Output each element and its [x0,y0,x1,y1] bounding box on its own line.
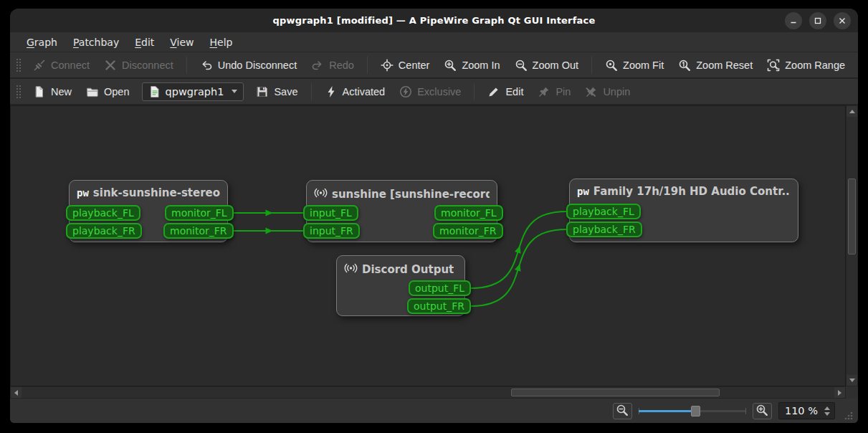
activated-button[interactable]: Activated [318,81,392,103]
combobox-value: qpwgraph1 [166,86,224,97]
redo-icon [311,59,324,72]
edit-icon [487,85,500,98]
horizontal-scrollbar[interactable] [10,386,846,399]
zoom-out-button[interactable]: Zoom Out [508,54,585,76]
node-header: pwsink-sunshine-stereo [70,181,227,199]
zoom-out-icon [616,404,629,419]
vertical-scrollbar[interactable] [846,105,858,386]
scroll-left-button[interactable] [11,387,22,398]
pipewire-icon: pw [77,187,89,199]
scroll-up-button[interactable] [846,106,857,117]
toolbar-drag-handle[interactable] [16,85,21,99]
toolbar-button-label: Open [104,86,129,97]
zoom-range-button[interactable]: Zoom Range [760,54,852,76]
window-title: qpwgraph1 [modified] — A PipeWire Graph … [273,15,596,26]
port-monitor-fr[interactable]: monitor_FR [163,223,234,239]
scroll-right-button[interactable] [834,387,845,398]
arrow-down-icon [849,379,855,382]
zoom-in-button[interactable]: Zoom In [437,54,506,76]
port-monitor-fl[interactable]: monitor_FL [434,205,503,221]
minimize-icon [789,16,798,25]
zoom-reset-button[interactable]: Zoom Reset [672,54,759,76]
exclusive-button: Exclusive [393,81,467,103]
menu-edit[interactable]: Edit [128,34,161,50]
connection-arrow-icon [515,244,523,253]
toolbar-button-label: Zoom Out [533,60,578,71]
toolbar-button-label: Activated [343,86,386,97]
zoom-in-button[interactable] [753,403,772,419]
save-icon [256,85,269,98]
audio-stream-icon [344,262,358,277]
vertical-scrollbar-thumb[interactable] [848,179,856,254]
zoom-fit-button[interactable]: Zoom Fit [598,54,670,76]
connection-arrow-icon [266,210,273,217]
disconnect-button: Disconnect [97,54,180,76]
open-folder-icon [86,85,99,98]
menu-graph[interactable]: Graph [20,34,64,50]
port-output-fl[interactable]: output_FL [409,280,471,296]
save-button[interactable]: Save [249,81,304,103]
title-bar[interactable]: qpwgraph1 [modified] — A PipeWire Graph … [10,9,858,32]
connections-layer [11,106,845,386]
unpin-icon [585,85,598,98]
undo-disconnect-button[interactable]: Undo Disconnect [194,54,303,76]
zoom-spinbox[interactable]: 110 % [778,402,835,419]
toolbar-separator [591,57,592,74]
toolbar-button-label: Disconnect [122,60,173,71]
toolbar-button-label: Zoom Reset [696,60,753,71]
toolbar-button-label: Redo [329,60,354,71]
toolbar-button-label: Center [399,60,430,71]
menu-view[interactable]: View [163,34,200,50]
horizontal-scrollbar-thumb[interactable] [511,389,720,396]
app-window: qpwgraph1 [modified] — A PipeWire Graph … [10,9,858,423]
port-playback-fr[interactable]: playback_FR [66,223,142,239]
port-monitor-fr[interactable]: monitor_FR [433,223,503,239]
toolbar-separator [186,57,187,74]
toolbar-drag-handle[interactable] [16,58,21,72]
spin-up-icon [824,406,830,410]
pipewire-icon: pw [577,186,589,197]
node-title: Family 17h/19h HD Audio Contr... [593,185,791,198]
scroll-down-button[interactable] [846,375,857,386]
toolbar-button-label: Zoom Range [785,60,845,71]
toolbar-button-label: Connect [51,60,90,71]
maximize-button[interactable] [809,12,826,29]
close-button[interactable] [834,12,851,29]
zoom-out-icon [515,59,528,72]
graph-canvas[interactable]: pwsink-sunshine-stereoplayback_FLplaybac… [10,105,846,386]
scrollbar-corner [846,386,858,399]
port-playback-fl[interactable]: playback_FL [66,205,140,221]
slider-handle[interactable] [691,406,700,417]
minimize-button[interactable] [785,12,802,29]
node-header: pwFamily 17h/19h HD Audio Contr... [570,179,798,198]
port-playback-fr[interactable]: playback_FR [566,222,642,237]
toolbar-separator [311,83,312,100]
center-button[interactable]: Center [374,54,437,76]
new-file-icon [33,85,46,98]
disconnect-icon [104,59,117,72]
zoom-out-button[interactable] [613,403,632,419]
port-input-fl[interactable]: input_FL [303,205,358,221]
resize-grip[interactable] [843,410,854,421]
toolbar-graph: ConnectDisconnectUndo DisconnectRedoCent… [10,52,858,79]
arrow-up-icon [849,110,855,113]
menu-help[interactable]: Help [204,34,239,50]
slider-tick [745,408,746,414]
port-monitor-fl[interactable]: monitor_FL [165,205,234,221]
zoom-slider[interactable] [639,403,746,419]
exclusive-icon [399,85,412,98]
open-button[interactable]: Open [80,81,135,103]
new-button[interactable]: New [27,81,78,103]
spin-arrows[interactable] [822,405,832,417]
patchbay-profile-combobox[interactable]: qpwgraph1 [142,82,244,101]
port-playback-fl[interactable]: playback_FL [566,204,641,219]
port-output-fr[interactable]: output_FR [407,298,471,314]
zoom-value: 110 % [785,405,818,417]
menu-patchbay[interactable]: Patchbay [67,34,125,50]
edit-button[interactable]: Edit [481,81,530,103]
toolbar-button-label: Exclusive [417,86,461,97]
maximize-icon [814,16,822,25]
zoom-in-icon [444,59,457,72]
port-input-fr[interactable]: input_FR [303,223,360,239]
slider-fill [639,410,696,412]
